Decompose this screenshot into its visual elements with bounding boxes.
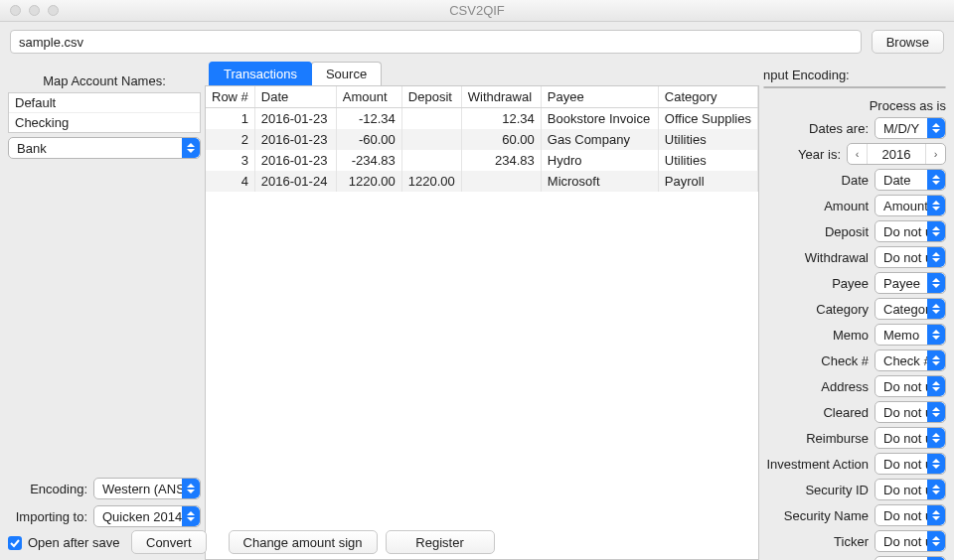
- cell-date: 2016-01-23: [254, 150, 336, 171]
- mapping-select[interactable]: Do not u: [874, 504, 946, 526]
- mapping-select[interactable]: Do not u: [874, 556, 946, 560]
- tabs: Transactions Source: [205, 62, 759, 85]
- mapping-select[interactable]: Do not u: [874, 479, 946, 500]
- cell-deposit: 1220.00: [401, 171, 461, 192]
- mapping-label: Amount: [763, 199, 869, 213]
- importing-to-select[interactable]: Quicken 2014: [93, 505, 201, 527]
- transactions-table: Row # Date Amount Deposit Withdrawal Pay…: [206, 86, 758, 192]
- mapping-label: Payee: [763, 276, 869, 291]
- mapping-select[interactable]: Date: [874, 169, 946, 191]
- year-is-label: Year is:: [763, 147, 841, 162]
- chevron-right-icon[interactable]: ›: [925, 144, 945, 164]
- table-row[interactable]: 22016-01-23-60.0060.00Gas CompanyUtiliti…: [206, 129, 758, 150]
- transactions-table-wrap[interactable]: Row # Date Amount Deposit Withdrawal Pay…: [205, 85, 759, 560]
- mapping-label: Deposit: [763, 224, 869, 239]
- mapping-value: Do not u: [883, 508, 932, 523]
- mapping-row: Investment ActionDo not u: [763, 453, 946, 475]
- chevron-updown-icon: [182, 138, 200, 158]
- cell-payee: Gas Company: [541, 129, 658, 150]
- col-header-row[interactable]: Row #: [206, 86, 254, 108]
- mapping-row: DepositDo not u: [763, 220, 946, 242]
- col-header-withdrawal[interactable]: Withdrawal: [461, 86, 541, 108]
- chevron-updown-icon: [927, 196, 945, 215]
- titlebar: CSV2QIF: [0, 0, 954, 22]
- chevron-updown-icon: [927, 505, 945, 525]
- mapping-select[interactable]: Do not u: [874, 246, 946, 268]
- mapping-select[interactable]: Do not u: [874, 401, 946, 423]
- mapping-value: Amount: [883, 199, 928, 213]
- chevron-updown-icon: [927, 325, 945, 345]
- mapping-value: Categor: [883, 302, 929, 317]
- mapping-select[interactable]: Memo: [874, 324, 946, 346]
- cell-deposit: [401, 129, 461, 150]
- mapping-value: Payee: [883, 276, 920, 291]
- cell-row: 1: [206, 108, 254, 130]
- mapping-select[interactable]: Do not u: [874, 375, 946, 397]
- mapping-select[interactable]: Payee: [874, 272, 946, 294]
- mapping-value: Memo: [883, 328, 919, 343]
- cell-deposit: [401, 108, 461, 130]
- right-panel: nput Encoding: Process as is Dates are: …: [759, 62, 954, 560]
- mapping-select[interactable]: Do not u: [874, 453, 946, 475]
- browse-button[interactable]: Browse: [872, 30, 944, 54]
- convert-button[interactable]: Convert: [131, 530, 207, 554]
- account-row[interactable]: Checking: [9, 113, 200, 132]
- file-path-input[interactable]: sample.csv: [10, 30, 862, 54]
- mapping-select[interactable]: Do not u: [874, 220, 946, 242]
- table-row[interactable]: 32016-01-23-234.83234.83HydroUtilities: [206, 150, 758, 171]
- col-header-amount[interactable]: Amount: [336, 86, 401, 108]
- mapping-label: Reimburse: [763, 431, 869, 446]
- col-header-deposit[interactable]: Deposit: [401, 86, 461, 108]
- mapping-label: Date: [763, 173, 869, 188]
- cell-payee: Hydro: [541, 150, 658, 171]
- encoding-select[interactable]: Western (ANS: [93, 478, 201, 499]
- process-as-is-checkbox[interactable]: [850, 99, 864, 113]
- mapping-row: WithdrawalDo not u: [763, 246, 946, 268]
- change-amount-sign-button[interactable]: Change amount sign: [229, 530, 378, 554]
- cell-category: Utilities: [658, 150, 757, 171]
- main-area: Map Account Names: Default Checking Bank…: [0, 62, 954, 560]
- col-header-category[interactable]: Category: [658, 86, 757, 108]
- table-row[interactable]: 42016-01-241220.001220.00MicrosoftPayrol…: [206, 171, 758, 192]
- chevron-updown-icon: [927, 350, 945, 370]
- dates-are-label: Dates are:: [763, 121, 869, 136]
- chevron-updown-icon: [927, 247, 945, 267]
- cell-row: 3: [206, 150, 254, 171]
- table-row[interactable]: 12016-01-23-12.3412.34Bookstore InvoiceO…: [206, 108, 758, 130]
- chevron-left-icon[interactable]: ‹: [848, 144, 868, 164]
- cell-category: Payroll: [658, 171, 757, 192]
- mapping-label: Investment Action: [763, 457, 869, 472]
- account-names-list[interactable]: Default Checking: [8, 92, 201, 133]
- mapping-row: PayeePayee: [763, 272, 946, 294]
- input-encoding-select[interactable]: [763, 86, 946, 88]
- col-header-payee[interactable]: Payee: [541, 86, 658, 108]
- chevron-updown-icon: [927, 299, 945, 319]
- mapping-select[interactable]: Check #: [874, 350, 946, 371]
- cell-date: 2016-01-24: [254, 171, 336, 192]
- cell-withdrawal: 234.83: [461, 150, 541, 171]
- register-button[interactable]: Register: [386, 530, 495, 554]
- mapping-label: Security ID: [763, 483, 869, 497]
- cell-withdrawal: [461, 171, 541, 192]
- account-type-select[interactable]: Bank: [8, 137, 201, 159]
- mapping-select[interactable]: Categor: [874, 298, 946, 320]
- year-stepper[interactable]: ‹ 2016 ›: [847, 143, 946, 165]
- cell-row: 2: [206, 129, 254, 150]
- account-row[interactable]: Default: [9, 93, 200, 113]
- mapping-label: Address: [763, 379, 869, 394]
- mapping-select[interactable]: Do not u: [874, 427, 946, 449]
- mapping-row: PriceDo not u: [763, 556, 946, 560]
- mapping-row: AmountAmount: [763, 195, 946, 216]
- mapping-select[interactable]: Amount: [874, 195, 946, 216]
- year-value: 2016: [868, 147, 925, 162]
- tab-transactions[interactable]: Transactions: [209, 62, 312, 85]
- col-header-date[interactable]: Date: [254, 86, 336, 108]
- mapping-label: Security Name: [763, 508, 869, 523]
- mapping-label: Memo: [763, 328, 869, 343]
- importing-to-label: Importing to:: [8, 509, 87, 524]
- tab-source[interactable]: Source: [311, 62, 382, 85]
- chevron-updown-icon: [927, 118, 945, 138]
- chevron-updown-icon: [182, 479, 200, 498]
- dates-are-select[interactable]: M/D/Y: [874, 117, 946, 139]
- chevron-updown-icon: [927, 170, 945, 190]
